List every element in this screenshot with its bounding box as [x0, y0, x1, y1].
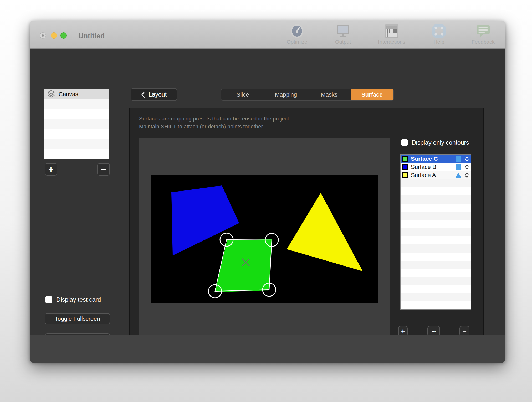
instructions-line2: Maintain SHIFT to attach (or detach) poi… [139, 123, 290, 130]
surface-list-empty-row [401, 220, 471, 228]
zoom-button[interactable] [60, 32, 67, 39]
instructions-line1: Surfaces are mapping presets that can be… [139, 115, 290, 123]
surface-color-swatch[interactable] [402, 156, 408, 162]
square-shape-icon [456, 164, 461, 170]
toggle-fullscreen-button[interactable]: Toggle Fullscreen [45, 313, 110, 324]
chevron-left-icon [141, 92, 145, 98]
display-icon [323, 24, 363, 38]
gauge-icon [277, 24, 317, 38]
tab-mapping[interactable]: Mapping [264, 89, 307, 100]
toolbar-item-output[interactable]: Output [323, 24, 363, 45]
reorder-stepper-icon[interactable] [465, 156, 469, 162]
layers-icon [47, 89, 55, 99]
surface-c-quad[interactable] [214, 239, 272, 292]
surface-color-swatch[interactable] [402, 164, 408, 170]
toolbar-item-label: Feedback [463, 39, 503, 45]
toolbar-item-feedback[interactable]: Feedback [463, 24, 503, 45]
surface-list-empty-row [401, 179, 471, 187]
toolbar-item-label: Output [323, 39, 363, 45]
display-only-contours-checkbox[interactable] [401, 139, 408, 146]
display-test-card-label: Display test card [56, 296, 101, 303]
surface-list-empty-row [401, 212, 471, 220]
surface-list-empty-row [401, 244, 471, 253]
surface-list-empty-row [401, 302, 471, 310]
surface-list-empty-row [401, 253, 471, 261]
surface-name: Surface A [411, 172, 452, 179]
close-button[interactable] [40, 32, 46, 39]
reorder-stepper-icon[interactable] [465, 172, 469, 178]
display-test-card-checkbox[interactable] [45, 296, 52, 303]
tab-slice[interactable]: Slice [221, 89, 264, 100]
canvas-list[interactable]: Canvas [44, 89, 109, 159]
display-only-contours-label: Display only contours [412, 139, 469, 146]
surface-row-surface-c[interactable]: Surface C [401, 155, 471, 163]
window-title: Untitled [78, 32, 105, 40]
mapping-stage[interactable] [151, 175, 378, 303]
tab-masks[interactable]: Masks [308, 89, 351, 100]
surface-list-empty-row [401, 187, 471, 195]
canvas-list-empty-row [44, 129, 109, 139]
surface-name: Surface C [411, 155, 452, 162]
surface-panel: Surfaces are mapping presets that can be… [129, 108, 484, 346]
mapping-preview [139, 138, 390, 338]
toolbar-item-help[interactable]: Help [419, 24, 459, 45]
triangle-shape-icon [455, 173, 462, 178]
surface-a-triangle[interactable] [287, 193, 363, 271]
toolbar-item-label: Optimize [277, 39, 317, 45]
toolbar-item-optimize[interactable]: Optimize [277, 24, 317, 45]
surface-list-empty-row [401, 269, 471, 277]
toolbar-item-label: Interactions [372, 39, 411, 45]
tab-surface[interactable]: Surface [351, 89, 393, 100]
close-dot-icon [42, 34, 44, 37]
life-ring-icon [419, 24, 459, 38]
surface-list-empty-row [401, 228, 471, 236]
app-window: Untitled OptimizeOutputInteractionsHelpF… [30, 21, 505, 363]
canvas-list-item[interactable]: Canvas [44, 89, 109, 99]
content-area: Canvas + − Display test card Toggle Full… [30, 49, 505, 335]
canvas-list-empty-row [44, 139, 109, 149]
toolbar-item-label: Help [419, 39, 459, 45]
panel-instructions: Surfaces are mapping presets that can be… [139, 115, 290, 130]
surface-list-empty-row [401, 204, 471, 212]
feedback-bubble-icon [463, 24, 503, 38]
titlebar: Untitled OptimizeOutputInteractionsHelpF… [30, 21, 505, 49]
surface-list-empty-row [401, 285, 471, 293]
view-tabs: SliceMappingMasksSurface [221, 89, 394, 101]
back-label: Layout [149, 91, 167, 98]
reorder-stepper-icon[interactable] [465, 164, 469, 170]
square-shape-icon [456, 156, 461, 162]
canvas-add-button[interactable]: + [45, 163, 57, 176]
canvas-list-empty-row [44, 119, 109, 129]
surface-row-surface-b[interactable]: Surface B [401, 163, 471, 171]
canvas-remove-button[interactable]: − [97, 163, 110, 176]
surface-name: Surface B [411, 164, 452, 170]
canvas-list-empty-row [44, 99, 109, 109]
footer-bar: OK [30, 335, 505, 363]
canvas-list-empty-row [44, 109, 109, 119]
canvas-list-empty-row [44, 149, 109, 159]
surface-list-empty-row [401, 261, 471, 269]
surface-list-empty-row [401, 195, 471, 204]
surface-list-empty-row [401, 293, 471, 302]
surface-row-surface-a[interactable]: Surface A [401, 171, 471, 179]
toolbar-item-interactions[interactable]: Interactions [372, 24, 411, 45]
midi-keyboard-icon [372, 24, 411, 38]
surface-list-empty-row [401, 277, 471, 285]
surface-list-empty-row [401, 236, 471, 244]
surface-list[interactable]: Surface CSurface BSurface A [400, 154, 471, 310]
surface-color-swatch[interactable] [402, 172, 408, 178]
minimize-button[interactable] [51, 32, 57, 39]
canvas-item-label: Canvas [59, 91, 78, 98]
back-layout-button[interactable]: Layout [131, 88, 177, 101]
